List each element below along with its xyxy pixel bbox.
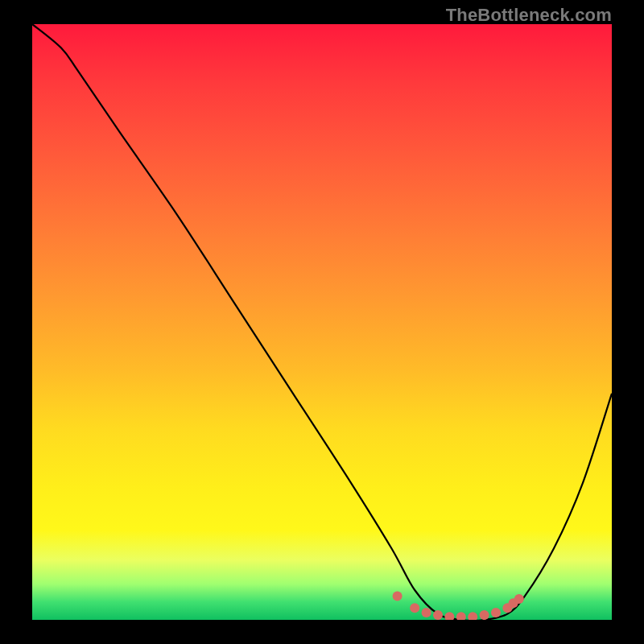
bottleneck-curve [32, 24, 612, 620]
marker-dot [491, 608, 501, 617]
marker-dot [393, 591, 402, 601]
marker-dot [410, 603, 419, 613]
marker-dot [444, 612, 454, 620]
marker-dot [433, 610, 443, 620]
marker-dot [514, 594, 524, 604]
chart-frame: TheBottleneck.com [0, 0, 644, 644]
marker-dot [468, 612, 477, 620]
marker-dot [480, 610, 489, 620]
marker-dot [456, 612, 466, 620]
plot-area [32, 24, 612, 620]
marker-dot [422, 608, 431, 617]
curve-svg [32, 24, 612, 620]
watermark-text: TheBottleneck.com [446, 5, 612, 26]
